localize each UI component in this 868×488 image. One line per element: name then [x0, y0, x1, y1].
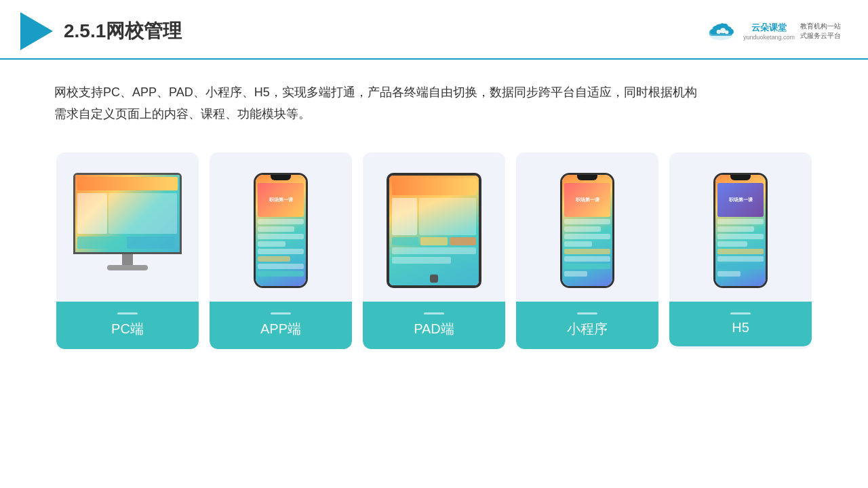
header-left: 2.5.1网校管理 [20, 12, 182, 50]
svg-point-2 [720, 28, 726, 33]
card-h5: 职场第一课 H5 [669, 152, 812, 349]
card-pad-label: PAD端 [363, 302, 505, 349]
card-pad-image-area [363, 152, 505, 302]
card-miniprogram-image-area: 职场第一课 [516, 152, 658, 302]
phone-h5-icon: 职场第一课 [713, 173, 768, 288]
card-app: 职场第一课 APP端 [210, 152, 352, 349]
card-miniprogram-label: 小程序 [516, 302, 658, 349]
brand-logo: 云朵课堂 yunduoketang.com [743, 22, 795, 41]
card-pad: PAD端 [363, 152, 505, 349]
card-h5-image-area: 职场第一课 [669, 152, 812, 302]
card-pc-label: PC端 [56, 302, 199, 349]
cards-container: PC端 职场第一课 APP端 [0, 139, 868, 369]
description-text: 网校支持PC、APP、PAD、小程序、H5，实现多端打通，产品各终端自由切换，数… [0, 60, 868, 139]
pc-monitor-icon [70, 173, 185, 288]
svg-point-1 [717, 30, 721, 34]
phone-notch-3 [730, 175, 751, 180]
card-app-image-area: 职场第一课 [210, 152, 352, 302]
brand-url: yunduoketang.com [743, 34, 795, 41]
card-app-label: APP端 [210, 302, 352, 349]
phone-notch [271, 175, 291, 180]
card-miniprogram: 职场第一课 小程序 [516, 152, 658, 349]
brand-tagline: 教育机构一站式服务云平台 [800, 22, 841, 41]
svg-point-3 [725, 30, 729, 35]
tablet-pad-icon [387, 173, 481, 288]
brand-name: 云朵课堂 [751, 22, 787, 34]
card-pc: PC端 [56, 152, 199, 349]
page-title: 2.5.1网校管理 [64, 18, 182, 44]
card-h5-label: H5 [669, 302, 812, 346]
phone-app-icon: 职场第一课 [254, 173, 308, 288]
phone-notch-2 [577, 175, 597, 180]
header-right: 云朵课堂 yunduoketang.com 教育机构一站式服务云平台 [704, 21, 841, 41]
card-pc-image-area [56, 152, 199, 302]
logo-triangle-icon [20, 12, 53, 50]
cloud-logo-icon [704, 21, 738, 41]
phone-miniprogram-icon: 职场第一课 [560, 173, 614, 288]
header: 2.5.1网校管理 云朵课堂 yunduoketang.com 教育机构一站式服… [0, 0, 868, 60]
